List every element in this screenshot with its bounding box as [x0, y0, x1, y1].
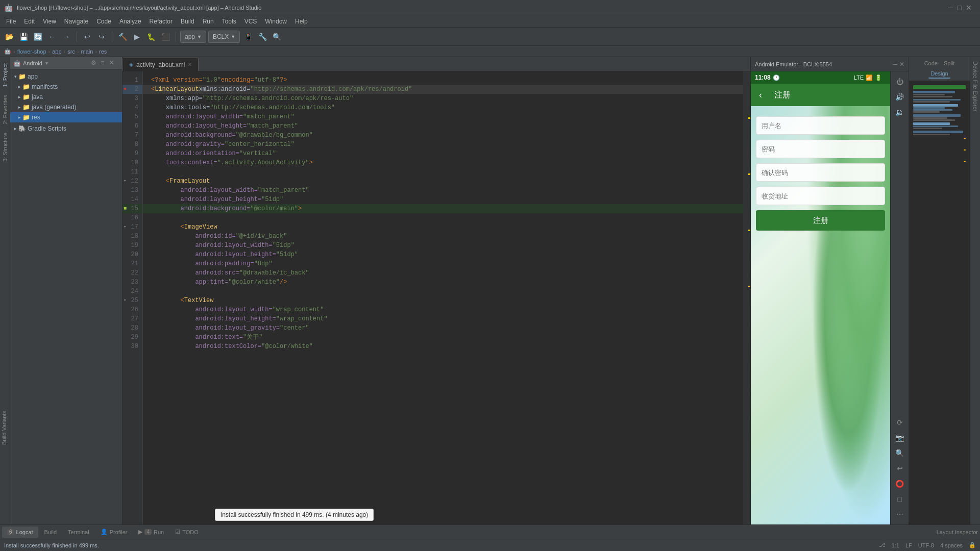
tree-item-java[interactable]: ▸ 📁 java: [10, 92, 122, 102]
panel-close-btn[interactable]: ✕: [108, 59, 116, 67]
toolbar-search-btn[interactable]: 🔍: [271, 31, 283, 43]
menu-window[interactable]: Window: [261, 17, 291, 26]
line-num-30: 30: [122, 342, 142, 351]
code-line-11: [143, 167, 743, 177]
run-label: Run: [154, 529, 164, 535]
menu-code[interactable]: Code: [92, 17, 115, 26]
folder-icon: 📁: [22, 83, 30, 90]
close-button[interactable]: ✕: [966, 4, 972, 12]
design-tab[interactable]: Design: [928, 69, 950, 79]
emu-rotate-btn[interactable]: ⟳: [894, 416, 906, 429]
menu-help[interactable]: Help: [291, 17, 312, 26]
toolbar-save-btn[interactable]: 💾: [17, 31, 30, 43]
tree-item-gradle-scripts[interactable]: ▸ 🐘 Gradle Scripts: [10, 123, 122, 134]
password-input[interactable]: [756, 140, 885, 158]
panel-settings-btn[interactable]: ⚙: [89, 59, 97, 67]
breadcrumb-app[interactable]: app: [52, 48, 61, 55]
emu-zoom-btn[interactable]: 🔍: [894, 447, 906, 459]
minimize-button[interactable]: ─: [948, 4, 953, 12]
profiler-tab[interactable]: 👤 Profiler: [95, 527, 133, 538]
toolbar-build-btn[interactable]: 🔨: [116, 31, 129, 43]
emu-screenshot-btn[interactable]: 📷: [894, 432, 906, 444]
sidebar-tab-structure[interactable]: 3: Structure: [1, 129, 9, 166]
confirm-password-input[interactable]: [756, 163, 885, 182]
code-content[interactable]: <?xml version="1.0" encoding="utf-8"?> <…: [143, 71, 743, 524]
toolbar-run-btn[interactable]: ▶: [131, 31, 143, 43]
breadcrumb-src[interactable]: src: [67, 48, 75, 55]
menu-navigate[interactable]: Navigate: [60, 17, 92, 26]
maximize-button[interactable]: □: [958, 4, 962, 12]
menu-edit[interactable]: Edit: [20, 17, 39, 26]
sidebar-tab-favorites[interactable]: 2: Favorites: [1, 91, 9, 128]
username-input[interactable]: [756, 116, 885, 135]
tab-close-btn[interactable]: ✕: [188, 62, 192, 67]
line-col-position[interactable]: 1:1: [892, 542, 899, 548]
indent-label[interactable]: 4 spaces: [940, 542, 963, 548]
panel-collapse-btn[interactable]: ≡: [99, 59, 107, 67]
layout-inspector-btn[interactable]: Layout Inspector: [937, 529, 978, 535]
terminal-tab[interactable]: Terminal: [63, 527, 94, 538]
build-variants-tab[interactable]: Build Variants: [0, 407, 8, 449]
line-num-25: ▾ 25: [122, 296, 142, 305]
emu-vol-up-btn[interactable]: 🔊: [894, 91, 906, 103]
square-icon: ■: [124, 204, 127, 213]
menu-vcs[interactable]: VCS: [240, 17, 261, 26]
emulator-minimize-btn[interactable]: ─: [893, 61, 897, 68]
fold-icon[interactable]: ▾: [124, 296, 126, 305]
toolbar-open-btn[interactable]: 📂: [3, 31, 15, 43]
todo-tab[interactable]: ☑ TODO: [170, 527, 204, 538]
run-tab[interactable]: ▶ 4 Run: [133, 527, 169, 538]
sidebar-tab-project[interactable]: 1: Project: [1, 59, 9, 91]
code-tab[interactable]: Code: [922, 59, 940, 67]
editor-tab-activity-about[interactable]: ◈ activity_about.xml ✕: [122, 58, 199, 71]
menu-refactor[interactable]: Refactor: [145, 17, 177, 26]
toolbar-undo-btn[interactable]: ↩: [81, 31, 93, 43]
toolbar-redo-btn[interactable]: ↪: [95, 31, 108, 43]
submit-button[interactable]: 注册: [756, 210, 885, 231]
toolbar-sdk-btn[interactable]: 🔧: [256, 31, 268, 43]
folder-icon: 📁: [18, 73, 26, 80]
emu-home-btn[interactable]: ⭕: [894, 478, 906, 490]
breadcrumb-flower-shop[interactable]: flower-shop: [17, 48, 46, 55]
emu-vol-down-btn[interactable]: 🔉: [894, 106, 906, 118]
tree-item-java-generated[interactable]: ▸ 📁 java (generated): [10, 102, 122, 112]
menu-run[interactable]: Run: [199, 17, 218, 26]
menu-build[interactable]: Build: [177, 17, 199, 26]
tree-item-app[interactable]: ▾ 📁 app: [10, 71, 122, 82]
bclx-dropdown[interactable]: BCLX ▼: [208, 31, 240, 43]
app-config-dropdown[interactable]: app ▼: [180, 31, 206, 43]
emulator-window: 11:08 🕐 LTE 📶 🔋 ‹ 注册: [751, 71, 909, 524]
build-tab[interactable]: Build: [39, 527, 62, 538]
split-tab[interactable]: Split: [942, 59, 957, 67]
address-input[interactable]: [756, 187, 885, 205]
menu-view[interactable]: View: [39, 17, 60, 26]
tree-item-res[interactable]: ▸ 📁 res: [10, 112, 122, 122]
breadcrumb-main[interactable]: main: [81, 48, 93, 55]
breadcrumb: 🤖 › flower-shop › app › src › main › res: [0, 46, 980, 57]
emulator-close-btn[interactable]: ✕: [899, 61, 904, 68]
logcat-tab[interactable]: 6 Logcat: [2, 527, 38, 538]
menu-file[interactable]: File: [2, 17, 20, 26]
toolbar-debug-btn[interactable]: 🐛: [145, 31, 157, 43]
line-separator[interactable]: LF: [905, 542, 912, 548]
line-num-5: 5: [122, 112, 142, 121]
emu-power-btn[interactable]: ⏻: [894, 76, 906, 88]
toolbar-avd-btn[interactable]: 📱: [242, 31, 254, 43]
toolbar-back-btn[interactable]: ←: [46, 31, 58, 43]
toolbar-sync-btn[interactable]: 🔄: [32, 31, 44, 43]
toolbar-stop-btn[interactable]: ⬛: [159, 31, 172, 43]
encoding-label[interactable]: UTF-8: [918, 542, 934, 548]
fold-icon[interactable]: ▾: [124, 222, 126, 232]
code-editor[interactable]: 1 ● 2 3 4 5 6 7 8 9 10 11 ▾ 12 13 14: [122, 71, 750, 524]
tree-item-manifests[interactable]: ▸ 📁 manifests: [10, 82, 122, 92]
back-arrow-btn[interactable]: ‹: [755, 84, 766, 106]
menu-analyze[interactable]: Analyze: [115, 17, 145, 26]
emu-more-btn[interactable]: ⋯: [894, 508, 906, 520]
breadcrumb-res[interactable]: res: [99, 48, 107, 55]
device-file-tab[interactable]: Device File Explorer: [971, 57, 979, 115]
menu-tools[interactable]: Tools: [218, 17, 240, 26]
emu-square-btn[interactable]: □: [894, 493, 906, 505]
toolbar-forward-btn[interactable]: →: [60, 31, 72, 43]
emu-back-btn[interactable]: ↩: [894, 462, 906, 474]
fold-icon[interactable]: ▾: [124, 177, 126, 186]
